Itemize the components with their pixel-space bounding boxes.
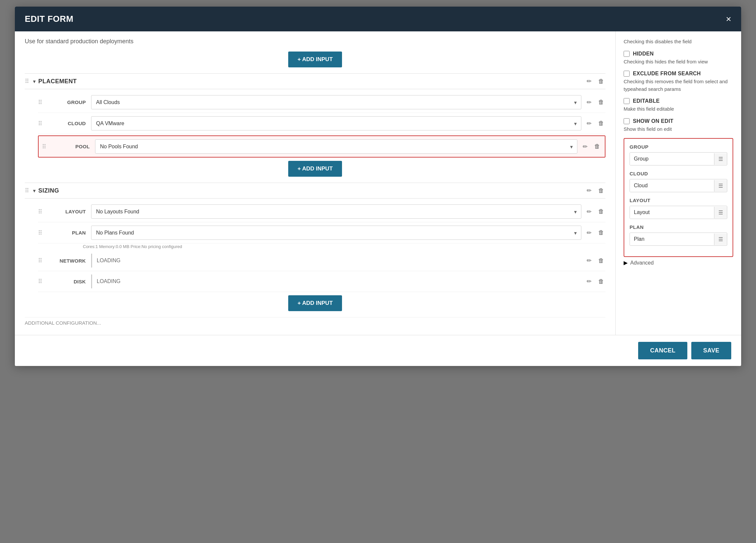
sizing-toggle[interactable]: ▾ [33,187,36,194]
modal-overlay: EDIT FORM × Use for standard production … [0,0,756,543]
rp-cloud-section: CLOUD ☰ [630,171,727,192]
disk-label: DISK [46,279,86,285]
modal-footer: CANCEL SAVE [15,335,741,366]
rp-cloud-input-row: ☰ [630,179,727,192]
hidden-checkbox[interactable] [624,51,630,57]
save-button[interactable]: SAVE [691,342,731,359]
layout-select[interactable]: No Layouts Found [91,204,581,219]
show-on-edit-checkbox-row: SHOW ON EDIT [624,118,733,124]
pool-drag-handle[interactable]: ⠿ [42,143,46,150]
placement-toggle[interactable]: ▾ [33,78,36,85]
group-select[interactable]: All Clouds [91,95,581,109]
pool-edit-button[interactable]: ✏ [581,142,589,151]
placement-drag-handle[interactable]: ⠿ [25,78,29,85]
edit-form-modal: EDIT FORM × Use for standard production … [15,7,741,366]
right-panel: Checking this disables the field HIDDEN … [616,31,741,335]
sizing-edit-button[interactable]: ✏ [585,186,593,195]
cloud-select[interactable]: QA VMware [91,116,581,130]
plan-field-row: ⠿ PLAN No Plans Found ✏ 🗑 [38,222,605,243]
rp-group-list-icon[interactable]: ☰ [714,153,727,165]
group-drag-handle[interactable]: ⠿ [38,99,42,106]
sizing-fields: ⠿ LAYOUT No Layouts Found ✏ 🗑 [25,201,605,292]
rp-layout-input[interactable] [630,206,714,219]
disabled-text: Checking this disables the field [624,38,733,46]
close-button[interactable]: × [726,15,731,24]
editable-section: EDITABLE Make this field editable [624,98,733,113]
placement-title: PLACEMENT [38,78,585,85]
editable-checkbox-row: EDITABLE [624,98,733,104]
exclude-checkbox-row: EXCLUDE FROM SEARCH [624,71,733,77]
plan-hint: Cores:1 Memory:0.0 MB Price:No pricing c… [83,244,605,249]
rp-layout-input-row: ☰ [630,206,727,219]
network-edit-button[interactable]: ✏ [585,256,593,265]
add-input-mid-button[interactable]: + ADD INPUT [288,161,342,177]
editable-text: Make this field editable [624,105,733,113]
network-drag-handle[interactable]: ⠿ [38,257,42,264]
layout-field-row: ⠿ LAYOUT No Layouts Found ✏ 🗑 [38,201,605,222]
pool-label: POOL [50,144,90,149]
exclude-section: EXCLUDE FROM SEARCH Checking this remove… [624,71,733,93]
cloud-edit-button[interactable]: ✏ [585,119,593,128]
cloud-label: CLOUD [46,120,86,126]
rp-cloud-label: CLOUD [630,171,727,176]
disk-value: LOADING [91,275,581,289]
plan-edit-button[interactable]: ✏ [585,228,593,237]
cloud-delete-button[interactable]: 🗑 [597,119,605,128]
hidden-section: HIDDEN Checking this hides the field fro… [624,51,733,66]
disk-field-actions: ✏ 🗑 [585,277,605,286]
rp-plan-input[interactable] [630,233,714,245]
sizing-delete-button[interactable]: 🗑 [597,186,605,195]
cancel-button[interactable]: CANCEL [638,342,687,359]
placement-actions: ✏ 🗑 [585,77,605,85]
add-input-bot-button[interactable]: + ADD INPUT [288,295,342,311]
rp-group-label: GROUP [630,144,727,150]
plan-select[interactable]: No Plans Found [91,225,581,240]
hidden-label: HIDDEN [633,51,654,57]
disk-edit-button[interactable]: ✏ [585,277,593,286]
group-edit-button[interactable]: ✏ [585,98,593,107]
rp-layout-list-icon[interactable]: ☰ [714,207,727,218]
show-on-edit-checkbox[interactable] [624,118,630,124]
show-on-edit-label: SHOW ON EDIT [633,118,673,124]
plan-field-actions: ✏ 🗑 [585,228,605,237]
add-input-top-button[interactable]: + ADD INPUT [288,51,342,67]
plan-select-wrap: No Plans Found [91,225,581,240]
cloud-drag-handle[interactable]: ⠿ [38,120,42,127]
rp-cloud-input[interactable] [630,179,714,192]
advanced-row[interactable]: ▶ Advanced [624,257,733,268]
disk-drag-handle[interactable]: ⠿ [38,278,42,285]
rp-plan-list-icon[interactable]: ☰ [714,233,727,245]
hidden-checkbox-row: HIDDEN [624,51,733,57]
network-value: LOADING [91,254,581,267]
placement-edit-button[interactable]: ✏ [585,77,593,85]
placement-fields: ⠿ GROUP All Clouds ✏ 🗑 [25,92,605,157]
disk-delete-button[interactable]: 🗑 [597,277,605,286]
plan-drag-handle[interactable]: ⠿ [38,229,42,236]
pool-select[interactable]: No Pools Found [95,139,577,153]
exclude-checkbox[interactable] [624,71,630,77]
exclude-label: EXCLUDE FROM SEARCH [633,71,701,77]
group-delete-button[interactable]: 🗑 [597,98,605,107]
modal-header: EDIT FORM × [15,7,741,31]
show-on-edit-text: Show this field on edit [624,125,733,133]
plan-delete-button[interactable]: 🗑 [597,228,605,237]
rp-group-cloud-layout-plan: GROUP ☰ CLOUD ☰ LAYO [624,138,733,257]
show-on-edit-section: SHOW ON EDIT Show this field on edit [624,118,733,133]
layout-drag-handle[interactable]: ⠿ [38,208,42,215]
pool-delete-button[interactable]: 🗑 [593,142,601,151]
layout-edit-button[interactable]: ✏ [585,207,593,216]
main-panel: Use for standard production deployments … [15,31,616,335]
network-delete-button[interactable]: 🗑 [597,256,605,265]
placement-delete-button[interactable]: 🗑 [597,77,605,85]
hidden-text: Checking this hides the field from view [624,58,733,66]
editable-label: EDITABLE [633,98,660,104]
sizing-section-header: ⠿ ▾ SIZING ✏ 🗑 [25,183,605,198]
sizing-drag-handle[interactable]: ⠿ [25,187,29,194]
rp-group-input-row: ☰ [630,152,727,165]
rp-group-input[interactable] [630,153,714,165]
group-field-actions: ✏ 🗑 [585,98,605,107]
rp-cloud-list-icon[interactable]: ☰ [714,180,727,191]
editable-checkbox[interactable] [624,98,630,104]
layout-delete-button[interactable]: 🗑 [597,207,605,216]
cloud-field-row: ⠿ CLOUD QA VMware ✏ 🗑 [38,113,605,134]
